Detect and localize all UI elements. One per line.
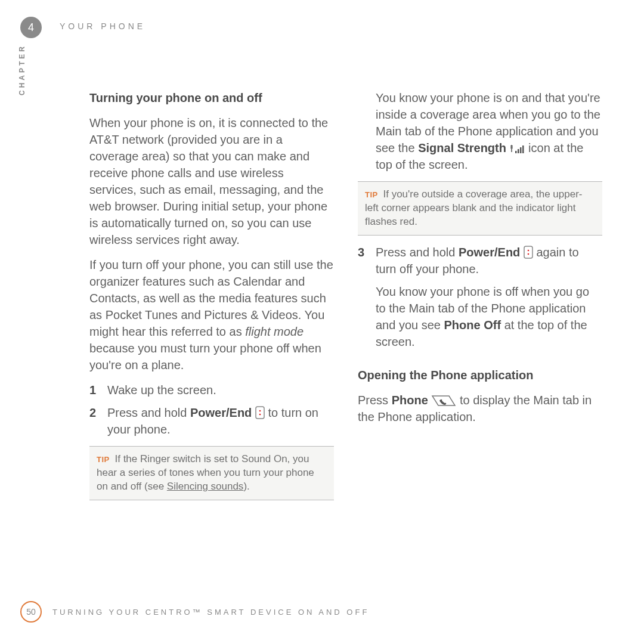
step-line: Press and hold Power/End again to turn o… xyxy=(376,244,602,277)
step-3: 3 Press and hold Power/End again to turn… xyxy=(358,244,602,356)
svg-rect-3 xyxy=(515,151,517,153)
text-italic: flight mode xyxy=(245,325,304,338)
text: because you must turn your phone off whe… xyxy=(89,342,321,371)
step-2: 2 Press and hold Power/End to turn on yo… xyxy=(89,404,334,438)
text: Press and hold xyxy=(376,246,459,259)
footer-title: TURNING YOUR CENTRO™ SMART DEVICE ON AND… xyxy=(52,608,369,617)
text-bold: Power/End xyxy=(190,406,252,419)
signal-strength-icon xyxy=(510,144,525,154)
text: Press and hold xyxy=(107,406,190,419)
step-line: You know your phone is off when you go t… xyxy=(376,283,602,350)
tip-label: TIP xyxy=(365,190,378,199)
tip-label: TIP xyxy=(97,455,110,464)
body-paragraph: When your phone is on, it is connected t… xyxy=(89,114,334,248)
power-end-icon xyxy=(524,246,533,259)
step-number: 2 xyxy=(89,404,107,438)
step-1: 1 Wake up the screen. xyxy=(89,382,334,398)
svg-rect-4 xyxy=(518,149,519,153)
tip-box: TIP If you're outside a coverage area, t… xyxy=(358,181,602,236)
step-number: 1 xyxy=(89,382,107,398)
step-body: Press and hold Power/End again to turn o… xyxy=(376,244,602,356)
svg-rect-0 xyxy=(256,407,264,419)
chapter-side-label: CHAPTER xyxy=(18,44,26,95)
step-body: Press and hold Power/End to turn on your… xyxy=(107,404,334,438)
text-bold: Signal Strength xyxy=(418,141,506,154)
tip-text: ). xyxy=(243,481,249,492)
phone-key-icon xyxy=(431,395,456,407)
chapter-title: YOUR PHONE xyxy=(60,21,145,31)
tip-text: If you're outside a coverage area, the u… xyxy=(365,188,582,227)
page-number: 50 xyxy=(26,607,36,617)
chapter-number: 4 xyxy=(28,21,34,34)
step-number: 3 xyxy=(358,244,376,356)
svg-rect-7 xyxy=(524,246,532,258)
svg-point-8 xyxy=(528,250,530,252)
text-bold: Power/End xyxy=(459,246,520,259)
text-bold: Phone xyxy=(392,394,428,407)
power-end-icon xyxy=(255,406,265,419)
text: Press xyxy=(358,394,392,407)
svg-point-1 xyxy=(259,410,261,412)
page-number-badge: 50 xyxy=(20,601,42,623)
right-column: You know your phone is on and that you'r… xyxy=(358,89,602,509)
svg-rect-5 xyxy=(520,147,522,153)
svg-rect-6 xyxy=(522,145,524,153)
text-bold: Phone Off xyxy=(444,318,501,332)
body-paragraph: If you turn off your phone, you can stil… xyxy=(89,256,334,373)
body-paragraph: You know your phone is on and that you'r… xyxy=(358,89,602,173)
svg-point-2 xyxy=(259,414,261,416)
tip-box: TIP If the Ringer switch is set to Sound… xyxy=(89,446,334,500)
body-paragraph: Press Phone to display the Main tab in t… xyxy=(358,392,602,425)
chapter-number-badge: 4 xyxy=(20,17,42,38)
content-area: Turning your phone on and off When your … xyxy=(89,89,602,509)
section-heading: Opening the Phone application xyxy=(358,367,602,383)
left-column: Turning your phone on and off When your … xyxy=(89,89,334,509)
step-body: Wake up the screen. xyxy=(107,382,334,398)
tip-link[interactable]: Silencing sounds xyxy=(167,481,244,492)
page-footer: 50 TURNING YOUR CENTRO™ SMART DEVICE ON … xyxy=(20,601,369,623)
section-heading: Turning your phone on and off xyxy=(89,89,334,106)
svg-point-9 xyxy=(528,253,530,255)
page: 4 YOUR PHONE CHAPTER Turning your phone … xyxy=(0,0,644,644)
